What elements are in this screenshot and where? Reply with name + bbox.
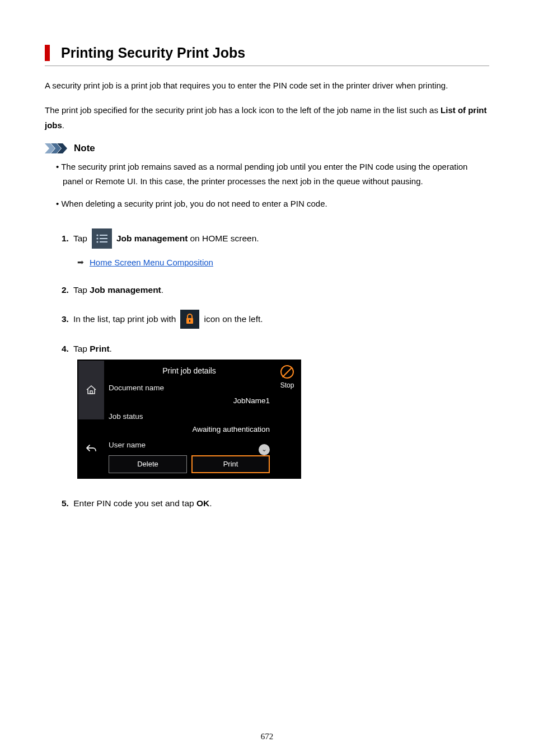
page-title: Printing Security Print Jobs — [61, 45, 489, 61]
step-4-text-a: Tap — [73, 344, 90, 353]
step-1-text-c: on HOME screen. — [190, 231, 259, 246]
svg-rect-6 — [100, 238, 107, 239]
step-4-bold: Print — [90, 344, 109, 353]
step-5-text-a: Enter PIN code you set and tap — [73, 498, 196, 508]
panel-row-0-value: JobName1 — [109, 394, 270, 408]
delete-button[interactable]: Delete — [109, 455, 187, 474]
step-3-text-c: icon on the left. — [204, 311, 263, 326]
step-1-sublink-row: ➡ Home Screen Menu Composition — [77, 255, 489, 270]
title-underline — [45, 66, 489, 66]
chevron-down-icon[interactable]: ⌄ — [259, 444, 270, 455]
intro-paragraph-1: A security print job is a print job that… — [45, 78, 489, 93]
step-2-bold: Job management — [90, 285, 161, 295]
step-1-bold: Job management — [116, 231, 188, 246]
arrow-right-icon: ➡ — [77, 255, 84, 269]
step-4: 4. Tap Print. Print job details Do — [62, 341, 489, 479]
back-icon[interactable] — [78, 419, 104, 478]
svg-point-3 — [96, 234, 98, 236]
note-arrows-icon — [45, 143, 71, 153]
note-header: Note — [45, 143, 489, 154]
stop-label: Stop — [280, 380, 294, 391]
panel-title: Print job details — [109, 364, 270, 378]
step-5-number: 5. — [62, 498, 69, 508]
panel-row-0-label: Document name — [109, 381, 270, 395]
step-2-text-a: Tap — [73, 285, 90, 295]
intro-paragraph-2: The print job specified for the security… — [45, 103, 489, 133]
step-2-text-c: . — [161, 285, 163, 295]
lock-icon — [180, 310, 199, 329]
steps-list: 1. Tap Job management on HOME screen. ➡ … — [45, 228, 489, 511]
job-management-icon — [92, 228, 112, 249]
note-item-2: When deleting a security print job, you … — [56, 197, 489, 211]
print-button[interactable]: Print — [191, 455, 270, 474]
intro2-text-a: The print job specified for the security… — [45, 105, 441, 115]
panel-left-col — [78, 361, 104, 478]
step-3-text-a: In the list, tap print job with — [73, 311, 176, 326]
step-5-bold: OK — [196, 498, 209, 508]
printer-panel: Print job details Document name JobName1… — [77, 360, 301, 479]
step-5: 5. Enter PIN code you set and tap OK. — [62, 496, 489, 511]
note-list: The security print job remains saved as … — [45, 160, 489, 212]
step-1-number: 1. — [62, 231, 69, 246]
panel-right-col: Stop — [274, 361, 300, 478]
step-2: 2. Tap Job management. — [62, 282, 489, 297]
step-4-number: 4. — [62, 344, 69, 353]
step-3: 3. In the list, tap print job with icon … — [62, 310, 489, 329]
step-5-text-c: . — [209, 498, 212, 508]
note-item-1: The security print job remains saved as … — [56, 160, 489, 189]
panel-row-2-label: User name — [109, 438, 270, 452]
panel-row-1-label: Job status — [109, 410, 270, 423]
panel-content: Print job details Document name JobName1… — [104, 361, 274, 478]
intro2-text-c: . — [62, 120, 64, 130]
step-4-text-c: . — [110, 344, 112, 353]
step-2-number: 2. — [62, 285, 69, 295]
home-screen-link[interactable]: Home Screen Menu Composition — [90, 255, 213, 270]
panel-buttons: Delete Print — [109, 455, 270, 474]
title-block: Printing Security Print Jobs — [45, 45, 489, 61]
svg-point-7 — [96, 241, 98, 242]
step-1-text-a: Tap — [73, 231, 87, 246]
stop-icon[interactable] — [280, 365, 294, 379]
svg-rect-4 — [100, 235, 107, 236]
svg-point-5 — [96, 237, 98, 239]
home-icon[interactable] — [78, 361, 104, 419]
panel-row-1-value: Awaiting authentication — [109, 423, 270, 436]
page-number: 672 — [0, 732, 534, 741]
step-1: 1. Tap Job management on HOME screen. ➡ … — [62, 228, 489, 270]
svg-rect-10 — [189, 320, 190, 322]
note-label: Note — [74, 143, 95, 154]
svg-rect-8 — [100, 241, 107, 242]
step-3-number: 3. — [62, 311, 69, 326]
